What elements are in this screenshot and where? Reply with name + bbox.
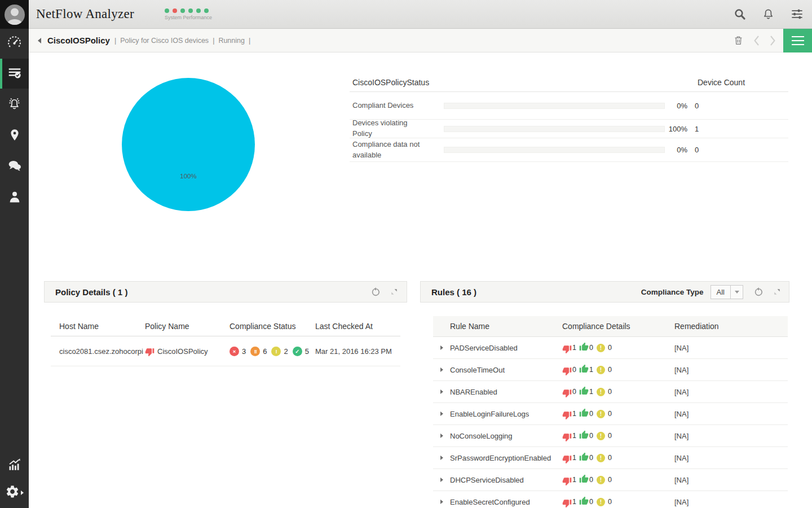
search-icon[interactable]	[734, 8, 746, 20]
thumb-down-icon	[562, 432, 572, 442]
compliant-count: 5	[305, 347, 309, 356]
major-count: 6	[263, 347, 267, 356]
status-row-count: 0	[695, 102, 699, 110]
sidebar-item-dashboard[interactable]	[0, 29, 29, 59]
expand-caret-icon[interactable]	[440, 433, 443, 438]
notifications-bell-icon[interactable]	[762, 8, 774, 20]
rule-name: NBAREnabled	[450, 388, 562, 396]
compliant-count: 1	[589, 388, 593, 396]
system-performance-indicator[interactable]: System Performance	[165, 8, 212, 20]
menu-button[interactable]	[783, 29, 812, 52]
status-dot	[196, 8, 201, 13]
status-bar-track	[444, 126, 665, 132]
status-row-label: Compliance data not available	[350, 139, 444, 161]
sidebar-item-users[interactable]	[0, 183, 29, 213]
sidebar-item-settings[interactable]	[0, 478, 29, 507]
main-content: 100% CiscoIOSPolicyStatus Device Count C…	[29, 52, 812, 508]
rule-name: EnableSecretConfigured	[450, 498, 562, 506]
next-page-icon[interactable]	[769, 34, 776, 47]
device-count-header: Device Count	[698, 78, 745, 87]
policy-detail-row: cisco2081.csez.zohocorpi CiscoIOSPolicy …	[51, 336, 400, 366]
warning-badge-icon: !	[597, 432, 605, 440]
status-dot	[165, 8, 169, 13]
rule-name: NoConsoleLogging	[450, 432, 562, 440]
thumb-up-icon	[579, 430, 589, 440]
warning-count: 0	[608, 476, 612, 484]
status-dot	[173, 8, 177, 13]
policy-details-panel-header: Policy Details ( 1 )	[44, 281, 407, 303]
status-dot	[188, 8, 193, 13]
expand-icon[interactable]	[390, 288, 398, 296]
warning-count: 0	[608, 388, 612, 396]
expand-caret-icon[interactable]	[440, 367, 443, 372]
column-header-host-name: Host Name	[59, 322, 145, 331]
expand-caret-icon[interactable]	[440, 456, 443, 460]
rules-table: Rule Name Compliance Details Remediation…	[433, 316, 788, 508]
policy-status: Running	[218, 37, 245, 45]
sidebar-item-alarms[interactable]	[0, 90, 29, 120]
critical-badge-icon: ×	[230, 347, 239, 356]
policy-details-title: Policy Details ( 1 )	[55, 287, 127, 297]
thumb-up-icon	[579, 386, 589, 396]
rule-row[interactable]: EnableSecretConfigured 1 0 !0 [NA]	[433, 491, 788, 508]
column-header-policy-name: Policy Name	[145, 322, 230, 331]
thumb-up-icon	[579, 408, 589, 418]
violated-count: 1	[572, 410, 576, 418]
column-header-rule-name: Rule Name	[450, 322, 562, 331]
status-row-label: Devices violating Policy	[350, 118, 444, 139]
violated-count: 1	[572, 454, 576, 462]
rule-row[interactable]: NoConsoleLogging 1 0 !0 [NA]	[433, 425, 788, 447]
rule-compliance-details: 1 0 !0	[562, 452, 674, 464]
expand-icon[interactable]	[773, 288, 781, 296]
page-title: CiscoIOSPolicy	[47, 36, 110, 45]
warning-badge-icon: !	[597, 476, 605, 484]
refresh-icon[interactable]	[754, 287, 764, 297]
thumb-down-icon	[562, 410, 572, 420]
previous-page-icon[interactable]	[753, 34, 760, 47]
chevron-down-icon[interactable]	[730, 286, 743, 299]
compliant-count: 0	[589, 476, 593, 484]
rule-row[interactable]: NBAREnabled 0 1 !0 [NA]	[433, 381, 788, 403]
warning-badge-icon: !	[597, 388, 605, 396]
violated-count: 1	[572, 344, 576, 352]
expand-caret-icon[interactable]	[440, 411, 443, 416]
status-row-count: 1	[695, 125, 699, 133]
breadcrumb-separator: |	[114, 37, 116, 45]
sliders-settings-icon[interactable]	[791, 8, 804, 20]
expand-caret-icon[interactable]	[440, 345, 443, 350]
expand-caret-icon[interactable]	[440, 478, 443, 482]
rule-row[interactable]: SrPasswordEncryptionEnabled 1 0 !0 [NA]	[433, 447, 788, 469]
compliance-type-select[interactable]: All	[710, 285, 743, 299]
rule-row[interactable]: DHCPServiceDisabled 1 0 !0 [NA]	[433, 469, 788, 491]
warning-count: 0	[608, 344, 612, 352]
rule-compliance-details: 1 0 !0	[562, 430, 674, 442]
expand-caret-icon[interactable]	[440, 500, 443, 504]
breadcrumb-bar: CiscoIOSPolicy | Policy for Cisco IOS de…	[29, 29, 812, 52]
thumb-up-icon	[579, 474, 589, 484]
top-bar: NetFlow Analyzer System Performance	[29, 0, 812, 29]
rule-row[interactable]: PADServiceDisabled 1 0 !0 [NA]	[433, 337, 788, 359]
expand-caret-icon[interactable]	[440, 389, 443, 394]
back-icon[interactable]	[38, 38, 41, 43]
delete-icon[interactable]	[733, 34, 744, 46]
rule-row[interactable]: ConsoleTimeOut 0 1 !0 [NA]	[433, 359, 788, 381]
user-avatar[interactable]	[0, 0, 29, 29]
refresh-icon[interactable]	[371, 287, 381, 297]
sidebar-item-policies[interactable]	[0, 59, 29, 89]
compliant-count: 1	[589, 366, 593, 374]
avatar-image	[4, 4, 25, 25]
sidebar-item-maps[interactable]	[0, 121, 29, 151]
sidebar	[0, 0, 29, 508]
compliant-count: 0	[589, 344, 593, 352]
sidebar-item-reports[interactable]	[0, 450, 29, 480]
rule-name: PADServiceDisabled	[450, 344, 562, 352]
column-header-remediation: Remediation	[674, 322, 788, 331]
status-bar-track	[444, 147, 665, 153]
chat-bubbles-icon	[7, 159, 22, 176]
rule-row[interactable]: EnableLoginFailureLogs 1 0 !0 [NA]	[433, 403, 788, 425]
speedometer-icon	[7, 35, 22, 52]
system-performance-label: System Performance	[165, 15, 212, 20]
policy-name-cell: CiscoIOSPolicy	[145, 346, 230, 357]
rules-title: Rules ( 16 )	[431, 287, 476, 297]
sidebar-item-chat[interactable]	[0, 152, 29, 182]
